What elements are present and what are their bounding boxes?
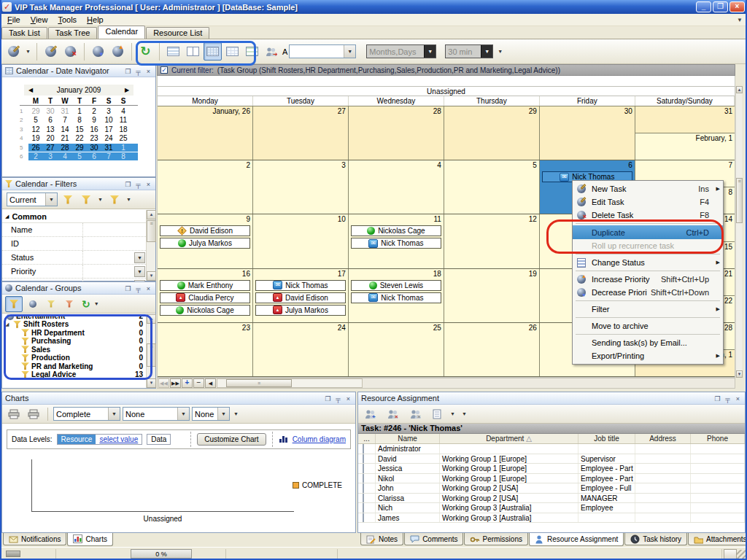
filters-panel-header[interactable]: Calendar - Filters ❐ ╤ × [2, 178, 155, 190]
mini-calendar-day[interactable]: 3 [101, 107, 116, 115]
mini-calendar-day[interactable]: 30 [43, 107, 58, 115]
combo-arrow-icon[interactable]: ▼ [424, 45, 436, 58]
dropdown-arrow-icon[interactable]: ▼ [134, 252, 145, 263]
mini-calendar-day[interactable]: 26 [28, 144, 43, 152]
bottom-tab-attachments[interactable]: Attachments [688, 533, 747, 545]
column-header-department[interactable]: Department △ [440, 434, 578, 443]
increase-priority-button[interactable]: ▲ [109, 42, 127, 61]
group-filter-toggle-button[interactable] [5, 296, 23, 312]
dropdown-arrow-icon[interactable]: ▼ [134, 266, 145, 277]
task-bar[interactable]: ✉Nick Thomas [255, 280, 346, 291]
print-preview-button[interactable] [25, 406, 42, 422]
scroll-up-icon[interactable]: ▲ [147, 314, 156, 324]
chart-extra-combo[interactable]: None▼ [192, 407, 230, 421]
group-item-production[interactable]: Production0 [2, 354, 146, 362]
mini-calendar-day[interactable]: 10 [101, 116, 116, 124]
status-panel-button[interactable] [724, 549, 737, 559]
menu-item-delete-task[interactable]: ×Delete TaskF8 [573, 209, 723, 222]
filter-group-common[interactable]: ◢Common [2, 210, 146, 223]
charts-toolbar-overflow[interactable]: ▼ [233, 411, 239, 416]
close-panel-icon[interactable]: × [144, 284, 152, 292]
calendar-vertical-scrollbar[interactable]: ▲ ≡ ▼ [735, 86, 742, 378]
task-bar[interactable]: ✉Nick Thomas [351, 238, 441, 249]
mini-calendar-day[interactable]: 29 [28, 107, 43, 115]
pin-panel-icon[interactable]: ╤ [134, 284, 142, 292]
mini-calendar-day[interactable]: 6 [43, 116, 58, 124]
mini-calendar-day[interactable]: 28 [58, 144, 72, 152]
mini-calendar-day[interactable]: 27 [43, 144, 58, 152]
menu-item-filter[interactable]: Filter▶ [573, 303, 723, 316]
group-item-shift-rosters[interactable]: ◢Shift Rosters0 [2, 320, 146, 329]
mini-calendar-day[interactable]: 31 [101, 144, 116, 152]
row-checkbox[interactable] [363, 503, 364, 513]
chart-value-combo[interactable]: Complete▼ [53, 407, 120, 421]
menu-overflow-chevron[interactable]: ▼ [737, 17, 743, 23]
close-panel-icon[interactable]: × [734, 394, 742, 402]
scroll-down-icon[interactable]: ▼ [736, 370, 743, 378]
expand-caret-icon[interactable]: ◢ [5, 322, 11, 327]
mini-calendar-day[interactable]: 17 [101, 125, 116, 133]
maximize-button[interactable]: ❐ [713, 1, 728, 12]
resource-row-david[interactable]: DavidWorking Group 1 [Europe]Supervisor [358, 454, 745, 464]
resize-grip[interactable] [737, 550, 746, 559]
task-bar[interactable]: ▲Julya Markos [255, 305, 346, 316]
scroll-down-icon[interactable]: ▼ [147, 271, 156, 281]
pin-panel-icon[interactable]: ╤ [334, 394, 342, 402]
mini-calendar-day[interactable]: 7 [101, 152, 116, 160]
calendar-day-cell[interactable]: 24 [253, 323, 349, 376]
combo-arrow-icon[interactable]: ▼ [481, 45, 492, 58]
menu-item-increase-priority[interactable]: ▲Increase PriorityShift+Ctrl+Up [573, 273, 723, 286]
resource-row-james[interactable]: JamesWorking Group 3 [Australia] [358, 513, 745, 524]
last-week-button[interactable]: ▶▶ [170, 378, 181, 388]
mini-calendar-day[interactable]: 23 [87, 134, 101, 142]
calendar-day-cell[interactable]: 23 [158, 323, 253, 376]
assign-resource-button[interactable]: + [361, 406, 380, 422]
group-item-legal-advice[interactable]: Legal Advice13 [2, 370, 146, 379]
filter-field-value[interactable] [82, 237, 146, 250]
interval-combo[interactable]: 30 min▼ [445, 44, 493, 58]
mini-calendar-day[interactable]: 21 [58, 134, 72, 142]
menu-tools[interactable]: Tools [53, 15, 82, 25]
print-chart-button[interactable] [5, 406, 23, 422]
bottom-tab-notifications[interactable]: Notifications [3, 533, 66, 545]
unassign-all-button[interactable]: × [406, 406, 425, 422]
date-navigator-header[interactable]: Calendar - Date Navigator ❐ ╤ × [2, 65, 155, 77]
resource-level-chip[interactable]: Resource [58, 435, 96, 444]
task-bar[interactable]: Julya Markos [160, 238, 250, 249]
resources-view-button[interactable]: ➜ [263, 42, 281, 61]
delete-group-button[interactable] [61, 296, 77, 312]
scrollbar-thumb[interactable]: ≡ [736, 178, 743, 223]
minimize-button[interactable]: _ [696, 1, 711, 12]
calendar-day-cell[interactable]: 12 [444, 214, 540, 268]
toolbar-overflow-chevron[interactable]: ▼ [498, 49, 503, 54]
mini-calendar-day[interactable]: 1 [116, 144, 131, 152]
calendar-day-cell[interactable]: 10 [253, 214, 349, 268]
menu-item-new-task[interactable]: New TaskIns▶ [573, 182, 723, 195]
filter-row-status[interactable]: Status▼ [2, 251, 146, 265]
filter-field-value[interactable] [82, 223, 146, 236]
task-bar[interactable]: Nickolas Cage [160, 305, 250, 316]
mini-calendar-day[interactable]: 2 [28, 152, 43, 160]
current-filter-checkbox[interactable]: ✓ [160, 66, 168, 74]
menu-item-duplicate[interactable]: DuplicateCtrl+D [573, 225, 723, 239]
mini-calendar-day[interactable]: 9 [87, 116, 101, 124]
charts-panel-header[interactable]: Charts ❐ ╤ × [2, 392, 355, 405]
mini-calendar-day[interactable]: 20 [43, 134, 58, 142]
resource-row-administrator[interactable]: Administrator [358, 444, 745, 454]
mini-calendar-day[interactable]: 19 [28, 134, 43, 142]
week-view-button[interactable] [184, 42, 202, 61]
group-item-pr-and-marketing[interactable]: PR and Marketing0 [2, 362, 146, 371]
calendar-day-cell[interactable]: 4 [349, 160, 444, 214]
filter-row-id[interactable]: ID [2, 237, 146, 251]
resource-panel-header[interactable]: Resource Assignment ❐ ╤ × [358, 392, 745, 405]
scrollbar-thumb[interactable]: ≡ [226, 379, 292, 387]
calendar-day-cell[interactable]: 29 [444, 106, 540, 160]
resource-toolbar-overflow[interactable]: ▼ [462, 411, 467, 416]
save-filter-button[interactable] [78, 192, 94, 208]
bottom-tab-task-history[interactable]: Task history [624, 533, 687, 545]
select-value-link[interactable]: select value [96, 435, 142, 444]
group-item-entertainment[interactable]: Entertainment2 [2, 314, 146, 320]
menu-help[interactable]: Help [82, 15, 109, 25]
task-filter-combo[interactable]: ▼ [289, 44, 356, 58]
resource-row-clarissa[interactable]: ClarissaWorking Group 2 [USA]MANAGER [358, 494, 745, 504]
